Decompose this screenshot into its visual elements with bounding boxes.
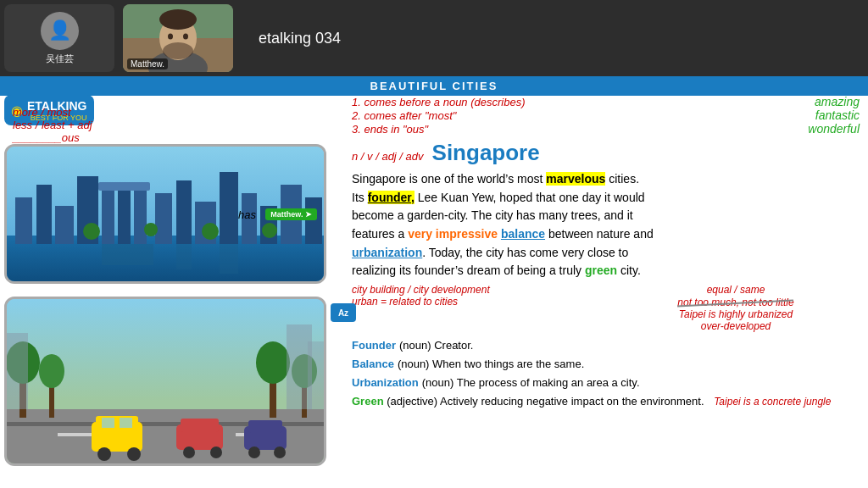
def-text-founder: (noun) Creator. <box>399 336 473 355</box>
note-line2: less / least + adj <box>13 119 326 131</box>
def-green-row: Green (adjective) Actively reducing nega… <box>352 392 864 411</box>
para-very-impressive: very impressive <box>408 227 498 241</box>
ann-taipei2: over-developed <box>608 320 864 332</box>
svg-rect-16 <box>134 189 147 244</box>
numbered-item-1: 1. comes before a noun (describes) <box>352 96 864 108</box>
para-line5: . Today, the city has come very close to <box>422 246 628 259</box>
def-urbanization: Urbanization (noun) The process of makin… <box>352 374 864 392</box>
def-balance: Balance (noun) When two things are the s… <box>352 355 864 374</box>
para-its: Its <box>352 191 368 204</box>
participant-tile-wujia: 👤 吴佳芸 <box>4 4 114 72</box>
svg-rect-32 <box>220 244 238 274</box>
ann-city-building: city building / city development <box>352 284 608 296</box>
svg-rect-25 <box>305 197 322 244</box>
ann-not-too-much: not too much, not too little <box>677 296 793 308</box>
note-line1: more / most <box>13 106 326 119</box>
adj-wonderful: wonderful <box>808 122 860 136</box>
svg-rect-59 <box>248 420 282 433</box>
svg-rect-19 <box>176 180 192 244</box>
singapore-label: Singapore <box>432 140 540 166</box>
note-line3: ________ous <box>13 131 326 144</box>
def-word-founder: Founder <box>352 336 396 355</box>
para-line2b: Lee Kuan Yew, hoped that one day it woul… <box>415 191 645 204</box>
has-label: has <box>238 208 256 220</box>
svg-rect-30 <box>102 244 153 265</box>
svg-point-61 <box>274 446 286 458</box>
right-panel: amazing fantastic wonderful 1. comes bef… <box>352 95 864 412</box>
svg-point-28 <box>202 223 219 240</box>
main-paragraph: Singapore is one of the world’s most mar… <box>352 170 864 280</box>
def-founder: Founder (noun) Creator. <box>352 336 864 355</box>
para-line3: become a garden-city. The city has many … <box>352 208 633 222</box>
svg-rect-15 <box>118 189 131 244</box>
para-marvelous: marvelous <box>546 172 605 186</box>
svg-rect-10 <box>15 197 32 244</box>
numbered-item-3: 3. ends in "ous" <box>352 123 864 136</box>
ann-taipei1: Taipei is highly urbanized <box>608 308 864 320</box>
street-image <box>4 297 326 466</box>
svg-point-45 <box>256 341 290 384</box>
svg-point-56 <box>183 446 195 458</box>
svg-rect-55 <box>181 419 219 432</box>
svg-point-50 <box>97 447 111 461</box>
svg-rect-52 <box>102 418 114 428</box>
taipei-jungle: Taipei is a concrete jungle <box>714 396 831 408</box>
svg-rect-12 <box>55 206 74 244</box>
adjectives-list: amazing fantastic wonderful <box>808 95 860 136</box>
adj-fantastic: fantastic <box>808 108 860 122</box>
def-word-urbanization: Urbanization <box>352 374 419 392</box>
para-after-marvelous: cities. <box>605 172 639 186</box>
participant-name-matthew: Matthew. <box>127 58 168 69</box>
svg-rect-62 <box>7 333 28 409</box>
svg-rect-64 <box>308 341 326 409</box>
svg-point-57 <box>210 446 222 458</box>
numbered-list: 1. comes before a noun (describes) 2. co… <box>352 96 864 136</box>
main-content: BEAUTIFUL CITIES ◉ ETALKING BEST FOR YOU… <box>0 76 868 488</box>
svg-point-6 <box>168 34 173 40</box>
avatar: 👤 <box>41 12 79 50</box>
def-word-balance: Balance <box>352 355 394 374</box>
para-line6-before: realizing its founder’s dream of being a… <box>352 263 585 277</box>
matthew-arrow: Matthew. ➤ <box>265 208 317 220</box>
para-balance: balance <box>501 227 545 241</box>
part-of-speech: n / v / adj / adv <box>352 150 424 163</box>
def-word-green: Green <box>352 395 384 408</box>
para-before-marvelous: Singapore is one of the world’s most <box>352 172 546 186</box>
ann-left: city building / city development urban =… <box>352 284 608 308</box>
svg-rect-18 <box>155 193 172 244</box>
svg-rect-31 <box>176 244 192 269</box>
definitions-area: Founder (noun) Creator. Balance (noun) W… <box>352 336 864 411</box>
svg-point-29 <box>262 223 277 238</box>
para-urbanization: urbanization <box>352 246 422 259</box>
participant-tile-matthew: Matthew. <box>123 4 233 72</box>
annotations-row: city building / city development urban =… <box>352 284 864 332</box>
svg-point-43 <box>39 354 64 388</box>
room-name: etalking 034 <box>259 30 341 47</box>
translate-icon[interactable]: Az <box>331 303 356 322</box>
svg-point-5 <box>163 42 193 59</box>
svg-point-51 <box>127 447 141 461</box>
participant-name-wujia: 吴佳芸 <box>46 53 74 65</box>
def-text-balance: (noun) When two things are the same. <box>398 355 584 374</box>
para-line6-after: city. <box>617 263 641 277</box>
para-founder: founder, <box>368 191 415 204</box>
svg-rect-11 <box>36 185 52 244</box>
ann-equal: equal / same <box>608 284 864 296</box>
svg-point-7 <box>183 34 188 40</box>
svg-point-60 <box>248 446 260 458</box>
para-line4-before: features a <box>352 227 408 241</box>
svg-point-26 <box>83 223 100 240</box>
pos-singapore-row: n / v / adj / adv Singapore <box>352 140 864 166</box>
para-green: green <box>585 263 617 277</box>
def-text-urbanization: (noun) The process of making an area a c… <box>422 374 640 392</box>
svg-rect-17 <box>98 182 150 191</box>
para-line4-after: between nature and <box>545 227 654 241</box>
svg-rect-21 <box>220 172 238 244</box>
def-text-green: (adjective) Actively reducing negative i… <box>387 395 704 408</box>
slide-area: BEAUTIFUL CITIES ◉ ETALKING BEST FOR YOU… <box>0 76 868 488</box>
ann-right: equal / same not too much, not too littl… <box>608 284 864 332</box>
svg-rect-36 <box>58 433 92 436</box>
svg-rect-53 <box>120 418 132 428</box>
svg-point-27 <box>144 223 158 236</box>
ann-urban: urban = related to cities <box>352 296 608 308</box>
